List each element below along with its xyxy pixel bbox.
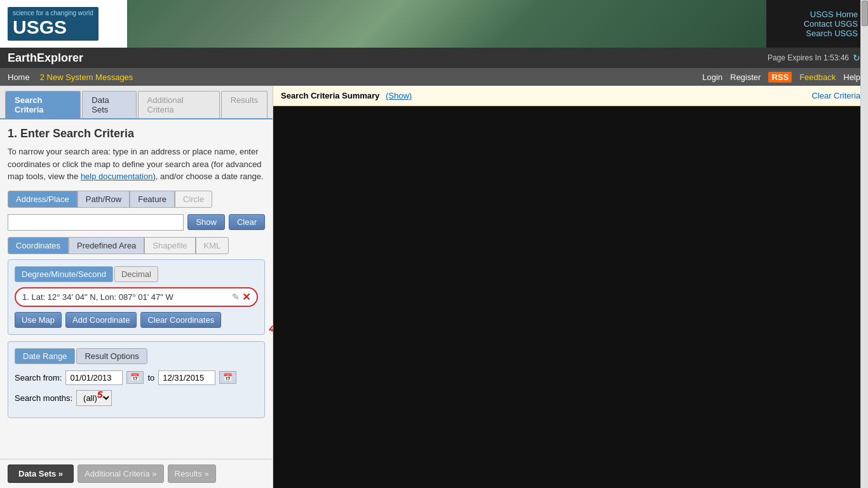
coordinates-section: Degree/Minute/Second Decimal 1. Lat: 12°… [8,259,265,335]
scrollbar[interactable] [860,0,868,488]
add-coordinate-button[interactable]: Add Coordinate [65,312,137,328]
date-from-row: Search from: 📅 to 📅 [15,370,258,385]
rss-button[interactable]: RSS [768,72,792,83]
refresh-button[interactable]: ↻ [853,53,860,63]
nav-register-link[interactable]: Register [730,72,761,82]
nav-home-link[interactable]: Home [8,72,30,82]
usgs-logo-box: science for a changing world USGS [8,7,98,41]
results-button[interactable]: Results » [168,464,216,483]
nav-help-link[interactable]: Help [843,72,860,82]
tab-kml[interactable]: KML [196,237,229,254]
to-label: to [147,373,154,383]
tab-circle[interactable]: Circle [175,191,212,208]
coordinate-item-1: 1. Lat: 12° 34' 04" N, Lon: 087° 01' 47"… [15,287,258,307]
date-range-section: 4. Date Range Result Options Search from… [8,341,265,418]
search-from-label: Search from: [15,373,62,383]
tab-feature[interactable]: Feature [130,191,175,208]
clear-criteria-button[interactable]: Clear Criteria [811,91,860,100]
search-usgs-link[interactable]: Search USGS [776,29,858,38]
section-title: 1. Enter Search Criteria [8,127,265,140]
tab-coordinates[interactable]: Coordinates [8,237,69,254]
date-to-input[interactable] [158,370,215,385]
usgs-home-link[interactable]: USGS Home [776,10,858,19]
use-map-button[interactable]: Use Map [15,312,62,328]
tab-search-criteria[interactable]: Search Criteria [5,91,81,118]
coord-outer-tabs: Coordinates Predefined Area Shapefile KM… [8,237,265,254]
tab-path-row[interactable]: Path/Row [78,191,130,208]
header-map [127,0,766,48]
nav-messages-link[interactable]: 2 New System Messages [40,72,133,82]
search-row: Show Clear [8,214,265,231]
calendar-from-button[interactable]: 📅 [126,371,144,384]
date-tabs: Date Range Result Options [15,348,258,364]
tab-date-range[interactable]: Date Range [15,348,75,364]
additional-criteria-button[interactable]: Additional Criteria » [78,464,163,483]
map-header: Search Criteria Summary (Show) Clear Cri… [273,86,868,106]
coordinate-edit-button[interactable]: ✎ [232,292,240,302]
logo-usgs-text: USGS [13,17,67,37]
coordinate-delete-button[interactable]: ✕ [242,291,250,303]
section-description: To narrow your search area: type in an a… [8,146,265,183]
date-from-input[interactable] [65,370,123,385]
tab-data-sets[interactable]: Data Sets [82,91,136,118]
search-months-select[interactable]: (all) [76,390,112,406]
calendar-to-button[interactable]: 📅 [219,371,236,384]
map-show-link[interactable]: (Show) [386,91,412,100]
search-input[interactable] [8,214,184,231]
app-title: EarthExplorer [8,51,83,65]
bottom-buttons: Data Sets » Additional Criteria » Result… [0,459,273,488]
tab-result-options[interactable]: Result Options [76,348,147,364]
map-area[interactable] [273,106,868,488]
tab-additional-criteria[interactable]: Additional Criteria [138,91,220,118]
help-doc-link[interactable]: help documentation [81,172,153,181]
logo-tagline-text: science for a changing world [13,10,93,17]
annotation-5: 5. [97,389,105,400]
clear-button[interactable]: Clear [229,214,265,230]
main-tabs: Search Criteria Data Sets Additional Cri… [0,86,273,119]
tab-shapefile[interactable]: Shapefile [144,237,195,254]
map-summary-title: Search Criteria Summary [281,91,379,100]
search-months-row: Search months: (all) 5. [15,390,258,406]
tab-decimal[interactable]: Decimal [114,266,158,282]
tab-degree-minute-second[interactable]: Degree/Minute/Second [15,266,113,282]
feedback-link[interactable]: Feedback [799,72,836,82]
scrollbar-thumb[interactable] [862,1,868,26]
coord-action-buttons: Use Map Add Coordinate Clear Coordinates [15,312,258,328]
tab-results[interactable]: Results [221,91,268,118]
coord-inner-tabs: Degree/Minute/Second Decimal [15,266,258,282]
page-expires: Page Expires In 1:53:46 ↻ [768,53,860,63]
clear-coordinates-button[interactable]: Clear Coordinates [140,312,221,328]
header-right: USGS Home Contact USGS Search USGS [766,0,868,48]
header-map-image [127,0,766,48]
search-months-label: Search months: [15,393,72,403]
place-tabs: Address/Place Path/Row Feature Circle [8,191,265,208]
coordinate-item-text: 1. Lat: 12° 34' 04" N, Lon: 087° 01' 47"… [22,292,232,302]
contact-usgs-link[interactable]: Contact USGS [776,19,858,29]
tab-predefined-area[interactable]: Predefined Area [69,237,144,254]
show-button[interactable]: Show [187,214,225,230]
logo-area: science for a changing world USGS [0,0,127,48]
nav-login-link[interactable]: Login [702,72,722,82]
tab-address-place[interactable]: Address/Place [8,191,78,208]
data-sets-button[interactable]: Data Sets » [8,464,74,483]
